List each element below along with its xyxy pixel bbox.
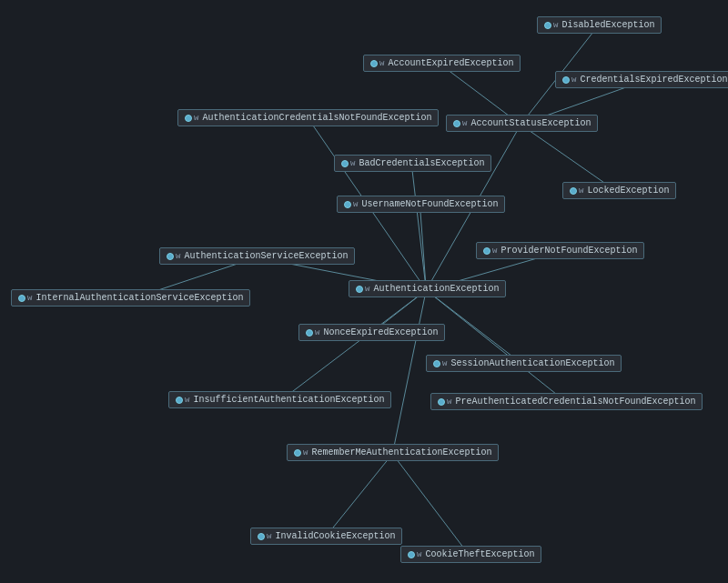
node-type-label: w	[315, 328, 319, 337]
node-icon: w	[453, 119, 467, 128]
node-icon: w	[176, 396, 189, 405]
node-icon: w	[344, 200, 358, 209]
node-type-label: w	[553, 21, 558, 30]
node-icon: w	[306, 328, 319, 337]
node-preauthenticatedcredentialsnotfoundexception[interactable]: wPreAuthenticatedCredentialsNotFoundExce…	[430, 393, 703, 410]
node-text: NonceExpiredException	[323, 327, 438, 337]
node-disabledexception[interactable]: wDisabledException	[537, 16, 662, 34]
node-dot	[483, 247, 490, 255]
node-dot	[453, 120, 460, 127]
node-dot	[185, 115, 192, 122]
node-type-label: w	[447, 397, 451, 407]
node-text: InsufficientAuthenticationException	[193, 395, 384, 405]
node-type-label: w	[379, 59, 384, 68]
node-nonceexpiredexception[interactable]: wNonceExpiredException	[298, 324, 445, 341]
node-accountexpiredexception[interactable]: wAccountExpiredException	[363, 55, 521, 72]
node-insufficientauthenticationexception[interactable]: wInsufficientAuthenticationException	[168, 391, 391, 408]
node-internalauthenticationserviceexception[interactable]: wInternalAuthenticationServiceException	[11, 289, 250, 307]
node-text: SessionAuthenticationException	[450, 358, 614, 368]
node-dot	[306, 329, 313, 337]
node-icon: w	[258, 532, 271, 541]
node-dot	[544, 22, 551, 29]
node-type-label: w	[571, 75, 576, 85]
node-type-label: w	[442, 359, 447, 368]
node-dot	[341, 160, 349, 167]
node-text: DisabledException	[561, 20, 654, 30]
node-text: BadCredentialsException	[359, 158, 484, 168]
node-cookietheftexception[interactable]: wCookieTheftException	[400, 546, 541, 563]
node-icon: w	[483, 246, 497, 256]
node-text: LockedException	[587, 186, 669, 196]
node-text: ProviderNotFoundException	[500, 246, 637, 256]
node-dot	[356, 286, 363, 293]
node-dot	[258, 533, 265, 540]
node-dot	[370, 60, 378, 67]
node-icon: w	[356, 285, 369, 294]
node-icon: w	[185, 114, 198, 123]
node-text: AuthenticationException	[373, 284, 499, 294]
node-type-label: w	[462, 119, 467, 128]
node-icon: w	[438, 397, 451, 407]
node-icon: w	[570, 186, 583, 196]
node-dot	[408, 551, 415, 558]
node-credentialsexpiredexception[interactable]: wCredentialsExpiredException	[555, 71, 728, 88]
svg-line-6	[411, 165, 426, 290]
node-text: AuthenticationServiceException	[184, 251, 348, 261]
node-type-label: w	[176, 252, 180, 261]
node-text: InvalidCookieException	[275, 531, 395, 541]
node-icon: w	[294, 448, 308, 457]
node-text: AuthenticationCredentialsNotFoundExcepti…	[202, 113, 431, 123]
node-icon: w	[167, 252, 180, 261]
svg-line-16	[392, 290, 426, 454]
node-type-label: w	[303, 448, 308, 457]
node-type-label: w	[353, 200, 358, 209]
node-authenticationcredentialsnotfoundexception[interactable]: wAuthenticationCredentialsNotFoundExcept…	[177, 109, 439, 126]
svg-line-17	[325, 454, 392, 538]
node-icon: w	[433, 359, 447, 368]
node-lockedexception[interactable]: wLockedException	[562, 182, 676, 199]
node-sessionauthenticationexception[interactable]: wSessionAuthenticationException	[426, 355, 622, 372]
node-icon: w	[408, 550, 421, 559]
node-remembermeauthenticationexception[interactable]: wRememberMeAuthenticationException	[287, 444, 499, 461]
graph-container: wDisabledExceptionwAccountExpiredExcepti…	[0, 0, 728, 583]
node-authenticationserviceexception[interactable]: wAuthenticationServiceException	[159, 247, 355, 265]
node-dot	[176, 397, 183, 404]
node-text: CredentialsExpiredException	[580, 75, 727, 85]
node-type-label: w	[185, 396, 189, 405]
svg-line-18	[392, 454, 470, 556]
node-dot	[167, 253, 174, 260]
node-icon: w	[370, 59, 384, 68]
node-dot	[18, 295, 25, 302]
node-dot	[562, 76, 570, 84]
node-text: UsernameNotFoundException	[361, 199, 498, 209]
node-usernamenotfoundexception[interactable]: wUsernameNotFoundException	[337, 196, 505, 213]
node-providernotfoundexception[interactable]: wProviderNotFoundException	[476, 242, 644, 259]
node-type-label: w	[365, 285, 369, 294]
node-dot	[344, 201, 351, 208]
node-accountstatusexception[interactable]: wAccountStatusException	[446, 115, 598, 132]
node-type-label: w	[267, 532, 271, 541]
node-text: InternalAuthenticationServiceException	[35, 293, 243, 303]
node-type-label: w	[27, 294, 32, 303]
node-authenticationexception[interactable]: wAuthenticationException	[349, 280, 506, 297]
node-dot	[433, 360, 440, 367]
svg-line-14	[280, 290, 427, 401]
svg-line-15	[426, 290, 567, 403]
node-icon: w	[562, 75, 576, 85]
svg-line-8	[420, 206, 427, 290]
node-text: PreAuthenticatedCredentialsNotFoundExcep…	[455, 397, 695, 407]
node-badcredentialsexception[interactable]: wBadCredentialsException	[334, 155, 491, 172]
node-type-label: w	[579, 186, 583, 196]
node-text: AccountExpiredException	[388, 58, 513, 68]
node-dot	[438, 398, 445, 406]
node-type-label: w	[350, 159, 355, 168]
node-invalidcookieexception[interactable]: wInvalidCookieException	[250, 528, 402, 545]
node-text: AccountStatusException	[470, 118, 591, 128]
node-type-label: w	[194, 114, 198, 123]
node-dot	[570, 187, 577, 195]
node-type-label: w	[417, 550, 421, 559]
node-type-label: w	[492, 246, 497, 256]
node-text: RememberMeAuthenticationException	[311, 447, 491, 457]
node-icon: w	[341, 159, 355, 168]
node-text: CookieTheftException	[425, 549, 534, 559]
